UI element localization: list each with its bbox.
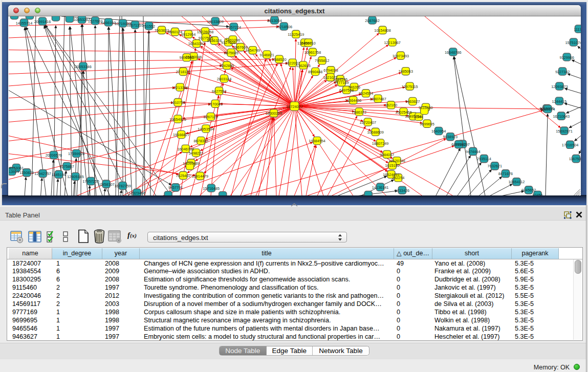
svg-text:12905185: 12905185: [67, 174, 83, 179]
svg-text:12975115: 12975115: [402, 84, 418, 89]
svg-text:8471676: 8471676: [498, 171, 513, 176]
svg-text:9375867: 9375867: [59, 164, 74, 169]
svg-text:7955812: 7955812: [315, 58, 329, 63]
svg-text:15716485: 15716485: [203, 186, 220, 190]
svg-text:7625402: 7625402: [176, 173, 190, 178]
svg-text:17016504: 17016504: [562, 142, 578, 147]
svg-text:9115460: 9115460: [419, 105, 433, 110]
svg-text:1362615: 1362615: [296, 63, 310, 68]
svg-text:12942757: 12942757: [34, 171, 51, 176]
svg-text:92456: 92456: [532, 193, 542, 196]
svg-text:1615152: 1615152: [385, 163, 399, 168]
svg-text:9463627: 9463627: [405, 99, 420, 104]
svg-text:19166827: 19166827: [173, 133, 189, 137]
svg-text:8427552: 8427552: [212, 89, 226, 93]
svg-text:5461096: 5461096: [226, 37, 240, 42]
svg-text:10654112: 10654112: [508, 180, 525, 184]
svg-text:252254: 252254: [392, 176, 404, 180]
svg-text:8912954: 8912954: [181, 32, 195, 36]
svg-text:9227342: 9227342: [555, 69, 570, 74]
svg-text:162160: 162160: [385, 103, 397, 107]
svg-text:20691416: 20691416: [34, 19, 51, 24]
svg-text:7632621: 7632621: [488, 164, 502, 168]
svg-text:7886372: 7886372: [352, 110, 366, 114]
svg-text:12093873: 12093873: [551, 84, 568, 89]
svg-text:6877842: 6877842: [451, 142, 466, 147]
svg-text:8454749: 8454749: [246, 48, 260, 53]
svg-text:6794028: 6794028: [323, 68, 338, 73]
svg-text:15226058: 15226058: [197, 29, 213, 34]
svg-text:16914479: 16914479: [192, 173, 208, 178]
svg-text:1089174: 1089174: [540, 107, 555, 112]
svg-text:1588520: 1588520: [272, 57, 286, 61]
svg-text:9457791: 9457791: [168, 185, 183, 190]
svg-text:9890555: 9890555: [180, 55, 194, 60]
svg-text:16033809: 16033809: [207, 19, 223, 24]
svg-text:14055714: 14055714: [16, 20, 32, 25]
svg-text:1145194: 1145194: [52, 172, 66, 177]
svg-text:16543342: 16543342: [188, 41, 205, 46]
svg-text:17359926: 17359926: [68, 151, 84, 156]
svg-text:9329966: 9329966: [559, 55, 574, 59]
svg-text:7857224: 7857224: [227, 25, 241, 29]
svg-text:10973493: 10973493: [393, 53, 409, 58]
svg-text:14136141: 14136141: [372, 185, 388, 189]
svg-text:12353594: 12353594: [198, 126, 214, 131]
svg-text:3624554: 3624554: [359, 91, 373, 96]
svg-text:3875685: 3875685: [224, 51, 238, 55]
svg-text:1150829: 1150829: [19, 170, 34, 175]
svg-text:8660124: 8660124: [168, 30, 182, 34]
svg-text:10807487: 10807487: [369, 96, 386, 101]
svg-text:8813054: 8813054: [267, 18, 281, 23]
svg-text:2456710: 2456710: [301, 40, 315, 45]
svg-text:9084067: 9084067: [380, 152, 394, 157]
svg-text:12213389: 12213389: [171, 85, 188, 90]
svg-text:17957255: 17957255: [82, 179, 99, 184]
svg-text:8678332: 8678332: [193, 139, 208, 143]
svg-text:2718126: 2718126: [176, 69, 190, 74]
svg-text:1244415: 1244415: [552, 99, 567, 103]
svg-text:11173: 11173: [574, 27, 580, 31]
svg-text:9146821: 9146821: [259, 52, 274, 57]
svg-text:7663822: 7663822: [155, 28, 169, 32]
svg-text:1010755: 1010755: [170, 100, 185, 105]
svg-text:15751074: 15751074: [565, 40, 581, 45]
svg-text:9699695: 9699695: [420, 121, 434, 126]
svg-text:6466160: 6466160: [101, 20, 116, 25]
svg-text:12213967: 12213967: [384, 40, 400, 45]
svg-text:9474444: 9474444: [466, 149, 480, 154]
svg-text:7485063: 7485063: [399, 69, 413, 74]
svg-text:3913919: 3913919: [9, 169, 19, 174]
svg-text:15692971: 15692971: [556, 128, 572, 133]
svg-text:9242845: 9242845: [220, 63, 234, 68]
svg-text:14099489: 14099489: [183, 161, 199, 165]
svg-text:9245652: 9245652: [521, 188, 536, 192]
svg-text:746266: 746266: [348, 85, 360, 90]
svg-text:18300295: 18300295: [266, 111, 282, 116]
svg-text:1733426: 1733426: [395, 188, 409, 192]
svg-text:10120746: 10120746: [388, 159, 405, 163]
svg-text:19654925: 19654925: [169, 117, 186, 121]
svg-text:751552: 751552: [143, 24, 155, 28]
svg-text:8267110: 8267110: [204, 115, 218, 119]
svg-text:16671355: 16671355: [127, 23, 143, 27]
svg-text:12323466: 12323466: [128, 190, 145, 195]
svg-text:10025466: 10025466: [395, 110, 411, 114]
svg-text:18807249: 18807249: [372, 141, 388, 145]
svg-text:11325419: 11325419: [288, 32, 304, 36]
svg-text:21364436: 21364436: [345, 98, 361, 102]
svg-text:15720407: 15720407: [360, 120, 376, 124]
svg-text:1944: 1944: [415, 115, 423, 119]
svg-text:20053346: 20053346: [75, 64, 91, 69]
svg-text:19218506: 19218506: [276, 24, 292, 29]
svg-text:10154808: 10154808: [374, 28, 390, 32]
svg-text:5498222: 5498222: [189, 150, 203, 155]
svg-text:16210643: 16210643: [553, 114, 570, 118]
svg-text:1640954: 1640954: [431, 129, 446, 134]
svg-text:10688609: 10688609: [367, 129, 383, 134]
svg-text:9777169: 9777169: [334, 80, 349, 84]
svg-text:20206576: 20206576: [46, 153, 62, 158]
svg-text:19384554: 19384554: [309, 139, 325, 143]
svg-text:18724007: 18724007: [286, 104, 302, 108]
svg-text:16648786: 16648786: [445, 50, 461, 54]
